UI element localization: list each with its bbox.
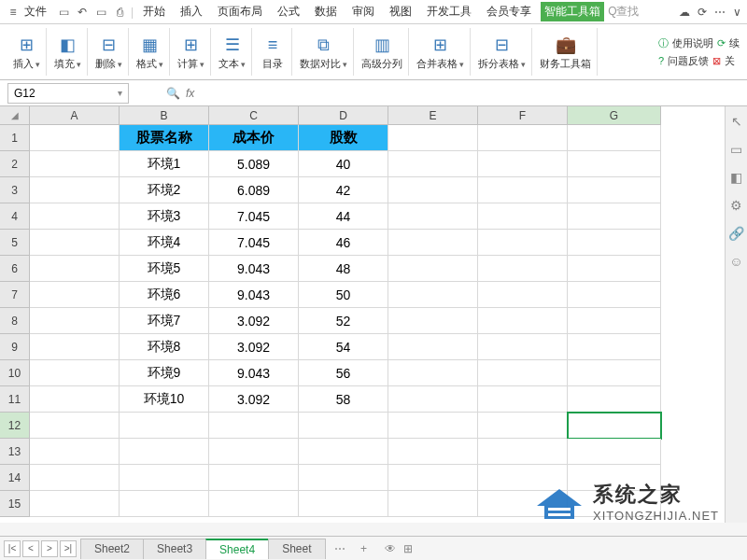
cell-G8[interactable] — [568, 308, 661, 334]
cell-C12[interactable] — [209, 413, 299, 439]
cell-F11[interactable] — [478, 386, 568, 413]
ribbon-delete[interactable]: ⊟删除▾ — [90, 28, 129, 76]
cell-D13[interactable] — [299, 439, 388, 465]
robot-icon[interactable]: ☺ — [729, 254, 742, 269]
cell-F8[interactable] — [478, 308, 568, 334]
ribbon-merge[interactable]: ⊞合并表格▾ — [411, 28, 471, 76]
cell-E12[interactable] — [388, 413, 478, 439]
save-icon[interactable]: ▭ — [56, 5, 71, 20]
cell-C13[interactable] — [209, 439, 299, 465]
row-header-2[interactable]: 2 — [0, 151, 30, 177]
ribbon-compare[interactable]: ⧉数据对比▾ — [294, 28, 354, 76]
cell-C7[interactable]: 9.043 — [209, 282, 299, 308]
tab-data[interactable]: 数据 — [309, 2, 343, 21]
ribbon-calc[interactable]: ⊞计算▾ — [172, 28, 211, 76]
cell-C15[interactable] — [209, 491, 299, 517]
fx-label[interactable]: fx — [186, 87, 194, 100]
cell-G6[interactable] — [568, 256, 661, 282]
cell-A5[interactable] — [30, 230, 120, 256]
cell-E9[interactable] — [388, 334, 478, 360]
cell-G10[interactable] — [568, 360, 661, 386]
row-header-8[interactable]: 8 — [0, 308, 30, 334]
row-header-7[interactable]: 7 — [0, 282, 30, 308]
cell-A11[interactable] — [30, 386, 120, 413]
ribbon-split-col[interactable]: ▥高级分列 — [356, 28, 409, 76]
cell-F6[interactable] — [478, 256, 568, 282]
row-header-4[interactable]: 4 — [0, 203, 30, 230]
sheet-tab-Sheet2[interactable]: Sheet2 — [80, 539, 144, 559]
cell-A6[interactable] — [30, 256, 120, 282]
cell-C10[interactable]: 9.043 — [209, 360, 299, 386]
row-header-11[interactable]: 11 — [0, 386, 30, 413]
grid-body[interactable]: 股票名称成本价股数环境15.08940环境26.08942环境37.04544环… — [30, 125, 661, 517]
sheet-first-button[interactable]: |< — [4, 540, 21, 557]
file-menu[interactable]: 文件 — [24, 4, 47, 20]
panel-icon[interactable]: ◧ — [730, 170, 742, 185]
row-header-12[interactable]: 12 — [0, 413, 30, 439]
row-header-5[interactable]: 5 — [0, 230, 30, 256]
cursor-icon[interactable]: ↖ — [731, 114, 742, 129]
cell-G5[interactable] — [568, 230, 661, 256]
print-icon[interactable]: ⎙ — [112, 5, 127, 20]
cell-D3[interactable]: 42 — [299, 177, 388, 203]
cell-D5[interactable]: 46 — [299, 230, 388, 256]
ribbon-finance[interactable]: 💼财务工具箱 — [534, 28, 598, 76]
undo-icon[interactable]: ↶ — [75, 5, 90, 20]
cell-E8[interactable] — [388, 308, 478, 334]
cell-A10[interactable] — [30, 360, 120, 386]
hamburger-icon[interactable]: ≡ — [6, 5, 21, 20]
row-header-13[interactable]: 13 — [0, 439, 30, 465]
col-header-F[interactable]: F — [478, 106, 568, 125]
cell-A12[interactable] — [30, 413, 120, 439]
cell-F1[interactable] — [478, 125, 568, 151]
col-header-D[interactable]: D — [299, 106, 388, 125]
cell-E4[interactable] — [388, 203, 478, 230]
row-header-1[interactable]: 1 — [0, 125, 30, 151]
cell-B9[interactable]: 环境8 — [120, 334, 209, 360]
tab-layout[interactable]: 页面布局 — [212, 2, 268, 21]
ribbon-split-table[interactable]: ⊟拆分表格▾ — [472, 28, 532, 76]
cell-D11[interactable]: 58 — [299, 386, 388, 413]
cell-C5[interactable]: 7.045 — [209, 230, 299, 256]
name-box[interactable]: ▾ — [7, 83, 129, 104]
cell-E5[interactable] — [388, 230, 478, 256]
cell-C2[interactable]: 5.089 — [209, 151, 299, 177]
sheet-add-button[interactable]: + — [355, 542, 374, 555]
cell-D12[interactable] — [299, 413, 388, 439]
ribbon-format[interactable]: ▦格式▾ — [131, 28, 170, 76]
tab-start[interactable]: 开始 — [137, 2, 171, 21]
cell-B7[interactable]: 环境6 — [120, 282, 209, 308]
cell-E13[interactable] — [388, 439, 478, 465]
cell-E3[interactable] — [388, 177, 478, 203]
cell-C4[interactable]: 7.045 — [209, 203, 299, 230]
ribbon-insert[interactable]: ⊞插入▾ — [7, 28, 47, 76]
sheet-tab-Sheet[interactable]: Sheet — [268, 539, 325, 559]
name-box-input[interactable] — [14, 87, 89, 100]
cloud-icon[interactable]: ☁ — [679, 6, 690, 19]
sheet-ellipsis[interactable]: ⋯ — [331, 542, 349, 555]
cell-D10[interactable]: 56 — [299, 360, 388, 386]
cell-E7[interactable] — [388, 282, 478, 308]
cell-B5[interactable]: 环境4 — [120, 230, 209, 256]
help-feedback[interactable]: ?问题反馈 ⊠关 — [658, 54, 740, 68]
cell-F10[interactable] — [478, 360, 568, 386]
cell-F14[interactable] — [478, 465, 568, 491]
cell-D9[interactable]: 54 — [299, 334, 388, 360]
cell-D1[interactable]: 股数 — [299, 125, 388, 151]
cell-C9[interactable]: 3.092 — [209, 334, 299, 360]
cell-G4[interactable] — [568, 203, 661, 230]
row-header-3[interactable]: 3 — [0, 177, 30, 203]
cell-B11[interactable]: 环境10 — [120, 386, 209, 413]
cell-A9[interactable] — [30, 334, 120, 360]
ribbon-text[interactable]: ☰文本▾ — [213, 28, 252, 76]
cell-D7[interactable]: 50 — [299, 282, 388, 308]
cell-F4[interactable] — [478, 203, 568, 230]
cell-A3[interactable] — [30, 177, 120, 203]
cell-B12[interactable] — [120, 413, 209, 439]
cell-G11[interactable] — [568, 386, 661, 413]
cell-C1[interactable]: 成本价 — [209, 125, 299, 151]
row-header-14[interactable]: 14 — [0, 465, 30, 491]
sheet-last-button[interactable]: >| — [60, 540, 77, 557]
link-icon[interactable]: 🔗 — [728, 226, 744, 241]
cell-A14[interactable] — [30, 465, 120, 491]
